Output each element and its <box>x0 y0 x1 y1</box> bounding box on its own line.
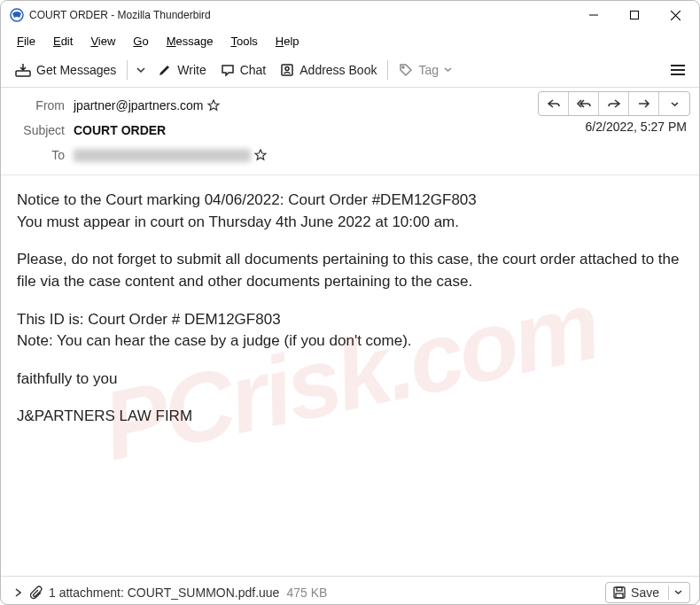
body-line: Note: You can hear the case by a judge (… <box>17 330 683 353</box>
chat-icon <box>221 63 235 77</box>
message-datetime: 6/2/2022, 5:27 PM <box>586 120 687 134</box>
body-line: This ID is: Court Order # DEM12GF803 <box>17 309 683 331</box>
star-icon[interactable] <box>254 149 267 161</box>
reply-button[interactable] <box>539 92 569 115</box>
close-button[interactable] <box>655 1 696 29</box>
download-icon <box>15 63 31 77</box>
redirect-button[interactable] <box>629 92 659 115</box>
save-icon <box>613 586 626 599</box>
write-button[interactable]: Write <box>151 59 213 81</box>
paperclip-icon <box>30 586 43 600</box>
menu-file[interactable]: File <box>8 33 44 50</box>
chat-label: Chat <box>240 63 267 77</box>
hamburger-icon <box>671 64 685 76</box>
pencil-icon <box>158 63 172 77</box>
maximize-button[interactable] <box>614 1 655 29</box>
chevron-down-icon <box>444 67 452 72</box>
save-label: Save <box>631 586 659 600</box>
attachment-toggle[interactable] <box>10 588 27 597</box>
tag-button[interactable]: Tag <box>392 59 459 81</box>
chat-button[interactable]: Chat <box>214 59 274 81</box>
title-bar: COURT ORDER - Mozilla Thunderbird <box>1 1 699 29</box>
body-line: Notice to the Court marking 04/06/2022: … <box>17 190 683 212</box>
address-book-icon <box>280 63 294 77</box>
message-body: PCrisk.com Notice to the Court marking 0… <box>1 175 699 576</box>
separator <box>387 60 388 80</box>
svg-rect-5 <box>16 71 30 76</box>
from-value[interactable]: jpartner@jpartners.com <box>74 98 204 112</box>
get-messages-label: Get Messages <box>36 63 116 77</box>
subject-label: Subject <box>13 123 65 137</box>
main-toolbar: Get Messages Write Chat Address Book Tag <box>1 52 699 88</box>
body-line: J&PARTNERS LAW FIRM <box>17 406 683 428</box>
chevron-down-icon <box>674 590 682 594</box>
svg-rect-2 <box>631 12 639 19</box>
menu-view[interactable]: View <box>82 33 124 50</box>
svg-point-8 <box>402 66 404 68</box>
tag-icon <box>399 63 413 77</box>
menu-message[interactable]: Message <box>158 33 222 50</box>
attachment-summary[interactable]: 1 attachment: COURT_SUMMON.pdf.uue <box>49 586 279 600</box>
attachment-size: 475 KB <box>286 586 327 600</box>
body-line: You must appear in court on Thursday 4th… <box>17 212 683 234</box>
body-paragraph: Please, do not forget to submit all docu… <box>17 249 683 292</box>
separator <box>668 586 669 600</box>
from-label: From <box>13 98 65 112</box>
svg-rect-13 <box>617 587 622 591</box>
menu-edit[interactable]: Edit <box>44 33 82 50</box>
forward-button[interactable] <box>599 92 629 115</box>
svg-point-7 <box>285 66 289 70</box>
separator <box>127 60 128 80</box>
write-label: Write <box>177 63 206 77</box>
thunderbird-icon <box>10 8 24 22</box>
svg-rect-14 <box>616 593 623 598</box>
more-actions-button[interactable] <box>659 92 689 115</box>
message-header: From jpartner@jpartners.com Subject COUR… <box>1 88 699 175</box>
menu-tools[interactable]: Tools <box>222 33 266 50</box>
star-icon[interactable] <box>207 99 220 112</box>
header-action-buttons <box>538 91 690 116</box>
get-messages-dropdown[interactable] <box>131 64 151 76</box>
subject-value: COURT ORDER <box>74 123 166 137</box>
to-value-redacted <box>74 149 251 162</box>
minimize-button[interactable] <box>573 1 614 29</box>
address-book-label: Address Book <box>299 63 377 77</box>
attachment-bar: 1 attachment: COURT_SUMMON.pdf.uue 475 K… <box>1 576 699 605</box>
window-title: COURT ORDER - Mozilla Thunderbird <box>29 9 573 21</box>
app-menu-button[interactable] <box>664 60 692 80</box>
address-book-button[interactable]: Address Book <box>273 59 384 81</box>
get-messages-button[interactable]: Get Messages <box>8 59 123 81</box>
menu-bar: File Edit View Go Message Tools Help <box>1 29 699 52</box>
body-line: faithfully to you <box>17 368 683 391</box>
menu-go[interactable]: Go <box>124 33 157 50</box>
reply-all-button[interactable] <box>569 92 599 115</box>
menu-help[interactable]: Help <box>267 33 308 50</box>
to-label: To <box>13 148 65 162</box>
save-attachment-button[interactable]: Save <box>605 582 690 603</box>
tag-label: Tag <box>418 63 439 77</box>
